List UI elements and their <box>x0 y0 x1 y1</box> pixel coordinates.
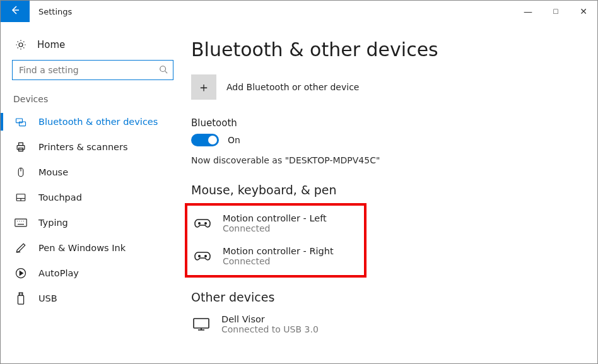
sidebar: Home Devices Bluetooth & other devices <box>1 22 187 363</box>
device-name: Motion controller - Right <box>223 246 334 256</box>
sidebar-item-label: Bluetooth & other devices <box>38 117 158 127</box>
highlight-box: Motion controller - Left Connected Motio… <box>185 203 366 278</box>
device-item[interactable]: Dell Visor Connected to USB 3.0 <box>191 310 585 338</box>
svg-marker-20 <box>20 271 23 276</box>
main-content: Bluetooth & other devices ＋ Add Bluetoot… <box>187 22 597 363</box>
device-item[interactable]: Motion controller - Left Connected <box>192 209 359 237</box>
bluetooth-label: Bluetooth <box>191 117 585 129</box>
group-heading-other-devices: Other devices <box>191 290 585 304</box>
sidebar-item-pen[interactable]: Pen & Windows Ink <box>1 235 187 261</box>
sidebar-item-printers[interactable]: Printers & scanners <box>1 134 187 160</box>
window-controls: — ☐ ✕ <box>514 1 597 22</box>
device-name: Dell Visor <box>221 314 319 324</box>
pen-icon <box>15 242 27 254</box>
device-name: Motion controller - Left <box>223 213 327 223</box>
autoplay-icon <box>15 267 27 279</box>
bluetooth-devices-icon <box>15 115 27 128</box>
sidebar-item-label: Touchpad <box>38 192 82 203</box>
device-status: Connected to USB 3.0 <box>221 324 319 334</box>
add-device-label: Add Bluetooth or other device <box>226 82 359 92</box>
printer-icon <box>15 141 27 153</box>
maximize-icon: ☐ <box>553 8 559 15</box>
controller-icon <box>192 216 213 230</box>
device-status: Connected <box>223 223 327 233</box>
sidebar-nav: Bluetooth & other devices Printers & sca… <box>1 109 187 311</box>
page-title: Bluetooth & other devices <box>191 38 585 61</box>
sidebar-item-typing[interactable]: Typing <box>1 210 187 235</box>
controller-icon <box>192 249 213 263</box>
sidebar-item-touchpad[interactable]: Touchpad <box>1 185 187 210</box>
svg-rect-5 <box>17 146 25 150</box>
svg-point-25 <box>199 223 200 224</box>
gear-icon <box>15 38 27 51</box>
svg-point-27 <box>199 255 200 257</box>
monitor-icon <box>191 317 211 331</box>
group-heading-mouse-keyboard-pen: Mouse, keyboard, & pen <box>191 183 585 197</box>
sidebar-item-bluetooth[interactable]: Bluetooth & other devices <box>1 109 187 134</box>
device-item[interactable]: Motion controller - Right Connected <box>192 242 359 270</box>
settings-window: Settings — ☐ ✕ Home <box>0 0 598 364</box>
back-arrow-icon <box>10 5 20 18</box>
sidebar-item-label: Pen & Windows Ink <box>38 243 126 253</box>
add-device-button[interactable]: ＋ Add Bluetooth or other device <box>191 74 585 100</box>
sidebar-item-label: USB <box>38 293 57 303</box>
bluetooth-toggle-state: On <box>228 135 240 145</box>
home-button[interactable]: Home <box>1 35 187 60</box>
sidebar-item-usb[interactable]: USB <box>1 286 187 311</box>
sidebar-item-label: Typing <box>38 218 68 228</box>
titlebar: Settings — ☐ ✕ <box>1 1 597 22</box>
sidebar-item-label: Mouse <box>38 167 68 177</box>
discoverable-text: Now discoverable as "DESKTOP-MDPV45C" <box>191 155 585 165</box>
sidebar-section-label: Devices <box>1 94 187 109</box>
minimize-icon: — <box>524 6 532 16</box>
svg-line-2 <box>165 71 168 73</box>
device-status: Connected <box>223 256 334 266</box>
svg-rect-13 <box>15 219 26 226</box>
svg-point-26 <box>205 223 206 224</box>
close-icon: ✕ <box>580 6 587 16</box>
search-input[interactable] <box>18 64 159 76</box>
plus-icon: ＋ <box>191 74 216 100</box>
svg-rect-22 <box>18 295 23 304</box>
maximize-button[interactable]: ☐ <box>542 1 570 22</box>
window-title: Settings <box>38 7 72 16</box>
svg-rect-29 <box>194 319 209 328</box>
svg-rect-6 <box>19 143 23 145</box>
minimize-button[interactable]: — <box>514 1 542 22</box>
home-label: Home <box>37 39 65 50</box>
svg-point-1 <box>160 66 166 71</box>
sidebar-item-label: Printers & scanners <box>38 142 128 152</box>
sidebar-item-mouse[interactable]: Mouse <box>1 160 187 185</box>
back-button[interactable] <box>1 1 30 22</box>
sidebar-item-autoplay[interactable]: AutoPlay <box>1 261 187 286</box>
usb-icon <box>15 292 27 305</box>
close-button[interactable]: ✕ <box>570 1 597 22</box>
bluetooth-toggle[interactable] <box>191 134 219 146</box>
sidebar-item-label: AutoPlay <box>38 268 79 278</box>
search-icon <box>159 65 168 76</box>
body: Home Devices Bluetooth & other devices <box>1 22 597 363</box>
mouse-icon <box>15 166 27 179</box>
keyboard-icon <box>15 216 27 229</box>
search-container <box>12 60 173 80</box>
touchpad-icon <box>15 191 27 204</box>
svg-point-28 <box>205 255 206 257</box>
